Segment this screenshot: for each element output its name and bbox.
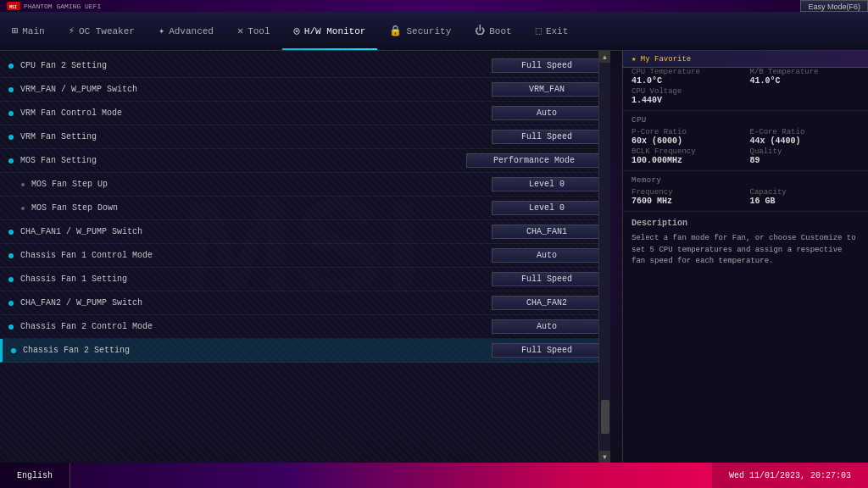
favorite-bar[interactable]: ★ My Favorite (622, 51, 868, 68)
row-indicator (11, 348, 16, 353)
setting-value[interactable]: Auto (492, 106, 602, 120)
row-indicator (8, 301, 14, 306)
boot-nav-icon: ⏻ (475, 25, 485, 37)
right-panel: Temperature & Voltage CPU Temperature 41… (622, 51, 868, 463)
top-bar: MSI PHANTOM GAMING UEFI Easy Mode(F6) (0, 0, 868, 12)
nav-item-tool[interactable]: ✕ Tool (225, 12, 282, 50)
setting-value[interactable]: Level 0 (492, 177, 602, 191)
hw-monitor-nav-icon: ◎ (294, 25, 300, 37)
temp-voltage-grid: CPU Temperature 41.0°C M/B Temperature 4… (632, 68, 860, 105)
nav-item-boot[interactable]: ⏻ Boot (463, 12, 523, 50)
main-content: CPU Fan 2 Setting Full Speed VRM_FAN / W… (0, 51, 610, 463)
svg-text:MSI: MSI (9, 5, 17, 9)
scroll-down-arrow[interactable]: ▼ (599, 451, 611, 463)
ecore-label: E-Core Ratio (750, 128, 860, 136)
quality-label: Quality (750, 147, 860, 156)
nav-label-boot: Boot (489, 26, 511, 36)
table-row[interactable]: CPU Fan 2 Setting Full Speed (0, 54, 610, 78)
cpu-section: CPU P-Core Ratio 60x (6000) E-Core Ratio… (623, 111, 868, 171)
table-row[interactable]: VRM Fan Control Mode Auto (0, 102, 610, 125)
setting-value[interactable]: Auto (492, 248, 602, 263)
setting-value[interactable]: Auto (492, 319, 602, 334)
nav-item-advanced[interactable]: ✦ Advanced (147, 12, 225, 50)
setting-label: MOS Fan Step Up (31, 180, 492, 189)
table-row[interactable]: MOS Fan Step Up Level 0 (0, 173, 610, 197)
mem-capacity-value: 16 GB (750, 197, 860, 206)
nav-label-security: Security (406, 26, 451, 36)
cpu-voltage-label: CPU Voltage (632, 87, 860, 96)
mb-temp-value: 41.0°C (750, 76, 860, 86)
quality-value: 89 (750, 156, 860, 165)
description-text: Select a fan mode for Fan, or choose Cus… (632, 233, 860, 268)
setting-value[interactable]: Full Speed (492, 58, 602, 73)
description-title: Description (632, 219, 860, 228)
scroll-track (599, 63, 610, 451)
settings-list: CPU Fan 2 Setting Full Speed VRM_FAN / W… (0, 51, 610, 366)
datetime-display: Wed 11/01/2023, 20:27:03 (712, 463, 868, 488)
exit-nav-icon: ⬚ (536, 25, 542, 37)
easy-mode-button[interactable]: Easy Mode(F6) (800, 0, 868, 12)
pcore-label: P-Core Ratio (632, 128, 742, 136)
scroll-up-arrow[interactable]: ▲ (599, 51, 611, 63)
mem-capacity-label: Capacity (750, 188, 860, 197)
table-row[interactable]: MOS Fan Step Down Level 0 (0, 197, 610, 220)
table-row[interactable]: Chassis Fan 2 Setting Full Speed (0, 339, 610, 363)
ecore-value: 44x (4400) (750, 136, 860, 146)
setting-value[interactable]: Performance Mode (466, 153, 602, 168)
row-indicator (8, 135, 14, 140)
memory-grid: Frequency 7600 MHz Capacity 16 GB (632, 188, 860, 206)
mem-freq-value: 7600 MHz (632, 197, 742, 206)
setting-value[interactable]: Full Speed (492, 130, 602, 144)
table-row[interactable]: MOS Fan Setting Performance Mode (0, 149, 610, 173)
setting-label: VRM Fan Setting (20, 132, 492, 141)
row-indicator (8, 64, 14, 69)
table-row[interactable]: Chassis Fan 1 Control Mode Auto (0, 244, 610, 268)
cpu-grid: P-Core Ratio 60x (6000) E-Core Ratio 44x… (632, 128, 860, 165)
nav-item-security[interactable]: 🔒 Security (377, 12, 463, 50)
setting-value[interactable]: Level 0 (492, 201, 602, 215)
scrollbar[interactable]: ▲ ▼ (598, 51, 610, 463)
row-indicator (8, 324, 14, 330)
row-indicator (8, 277, 14, 282)
cpu-section-title: CPU (632, 116, 860, 125)
row-indicator (8, 87, 14, 92)
table-row[interactable]: CHA_FAN2 / W_PUMP Switch CHA_FAN2 (0, 291, 610, 315)
setting-value[interactable]: CHA_FAN1 (492, 225, 602, 239)
table-row[interactable]: CHA_FAN1 / W_PUMP Switch CHA_FAN1 (0, 220, 610, 244)
nav-bar: ⊞ Main ⚡ OC Tweaker ✦ Advanced ✕ Tool ◎ … (0, 12, 868, 51)
nav-item-main[interactable]: ⊞ Main (0, 12, 57, 50)
nav-label-advanced: Advanced (169, 26, 214, 36)
tool-nav-icon: ✕ (237, 25, 243, 37)
table-row[interactable]: Chassis Fan 1 Setting Full Speed (0, 268, 610, 291)
setting-label: CPU Fan 2 Setting (20, 61, 492, 70)
setting-value[interactable]: VRM_FAN (492, 82, 602, 97)
nav-label-main: Main (22, 26, 44, 36)
setting-label: Chassis Fan 2 Setting (23, 346, 492, 355)
row-indicator (21, 183, 25, 186)
nav-item-hw-monitor[interactable]: ◎ H/W Monitor (282, 12, 378, 50)
table-row[interactable]: VRM Fan Setting Full Speed (0, 125, 610, 149)
row-indicator (8, 253, 14, 258)
table-row[interactable]: VRM_FAN / W_PUMP Switch VRM_FAN (0, 78, 610, 102)
setting-value[interactable]: CHA_FAN2 (492, 296, 602, 310)
description-section: Description Select a fan mode for Fan, o… (623, 212, 868, 274)
nav-label-exit: Exit (546, 26, 568, 36)
nav-item-oc-tweaker[interactable]: ⚡ OC Tweaker (57, 12, 147, 50)
setting-label: Chassis Fan 2 Control Mode (20, 322, 492, 331)
cpu-temp-label: CPU Temperature (632, 68, 742, 76)
scroll-thumb[interactable] (601, 400, 609, 434)
nav-label-tool: Tool (248, 26, 270, 36)
setting-label: VRM Fan Control Mode (20, 108, 492, 118)
row-indicator (8, 158, 14, 164)
language-selector[interactable]: English (0, 463, 70, 488)
advanced-nav-icon: ✦ (159, 25, 164, 37)
nav-item-exit[interactable]: ⬚ Exit (524, 12, 581, 50)
table-row[interactable]: Chassis Fan 2 Control Mode Auto (0, 315, 610, 339)
favorite-label: ★ My Favorite (632, 54, 691, 64)
setting-label: CHA_FAN1 / W_PUMP Switch (20, 227, 492, 236)
setting-value[interactable]: Full Speed (492, 272, 602, 286)
bclk-value: 100.000MHz (632, 156, 742, 165)
logo-area: MSI PHANTOM GAMING UEFI (0, 2, 108, 10)
setting-label: MOS Fan Step Down (31, 203, 492, 213)
setting-value[interactable]: Full Speed (492, 343, 602, 358)
